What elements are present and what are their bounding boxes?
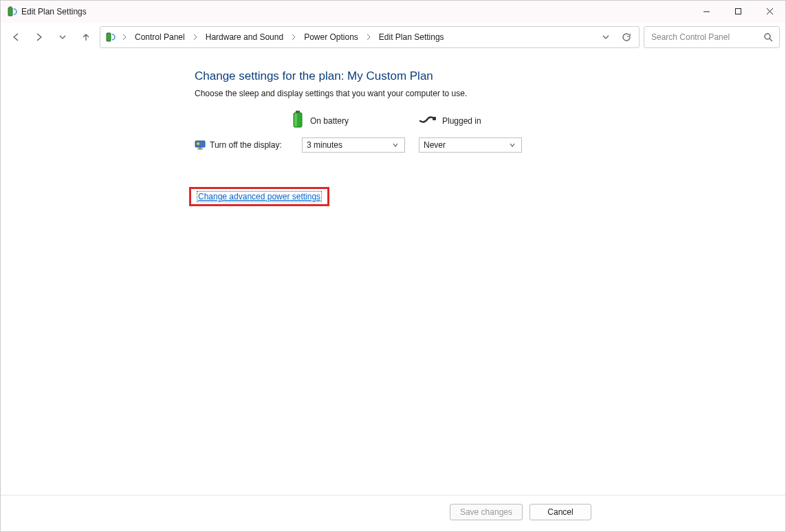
column-label-plugged: Plugged in <box>442 116 481 126</box>
address-dropdown-button[interactable] <box>598 29 614 45</box>
search-box[interactable] <box>644 26 780 48</box>
address-bar[interactable]: Control Panel Hardware and Sound Power O… <box>100 26 640 48</box>
cancel-button[interactable]: Cancel <box>530 504 591 520</box>
toolbar: Control Panel Hardware and Sound Power O… <box>1 23 785 52</box>
column-label-battery: On battery <box>310 116 349 126</box>
app-icon <box>6 6 17 17</box>
row-label-display: Turn off the display: <box>210 140 282 150</box>
location-icon <box>105 32 116 43</box>
svg-rect-6 <box>294 113 297 126</box>
columns-header: On battery Plugged in <box>291 108 765 131</box>
chevron-down-icon <box>391 142 400 148</box>
close-button[interactable] <box>754 1 785 23</box>
refresh-button[interactable] <box>618 29 635 45</box>
display-battery-value: 3 minutes <box>307 140 391 150</box>
forward-button[interactable] <box>30 27 49 47</box>
breadcrumb-hardware-sound[interactable]: Hardware and Sound <box>204 32 285 42</box>
display-plugged-value: Never <box>424 140 507 150</box>
row-turn-off-display: Turn off the display: 3 minutes Never <box>195 137 765 153</box>
search-input[interactable] <box>650 32 763 43</box>
display-icon <box>195 140 206 151</box>
display-plugged-dropdown[interactable]: Never <box>419 137 522 153</box>
chevron-right-icon[interactable] <box>364 34 373 41</box>
titlebar: Edit Plan Settings <box>1 1 785 23</box>
svg-rect-10 <box>197 148 203 150</box>
column-on-battery: On battery <box>291 111 394 131</box>
svg-rect-7 <box>433 117 436 120</box>
chevron-down-icon <box>507 142 517 148</box>
svg-rect-0 <box>8 8 12 16</box>
svg-point-3 <box>765 34 770 39</box>
window-title: Edit Plan Settings <box>21 7 87 16</box>
footer: Save changes Cancel <box>1 496 785 531</box>
content-area: Change settings for the plan: My Custom … <box>1 52 785 496</box>
minimize-button[interactable] <box>690 1 722 23</box>
page-subtext: Choose the sleep and display settings th… <box>195 89 765 98</box>
battery-icon <box>291 111 305 131</box>
breadcrumb-power-options[interactable]: Power Options <box>303 32 360 42</box>
up-button[interactable] <box>76 27 96 47</box>
chevron-right-icon[interactable] <box>120 34 129 41</box>
search-icon[interactable] <box>763 32 774 43</box>
save-changes-button[interactable]: Save changes <box>450 504 523 520</box>
svg-rect-9 <box>199 147 201 148</box>
page-heading: Change settings for the plan: My Custom … <box>195 69 765 83</box>
chevron-right-icon[interactable] <box>190 34 200 41</box>
chevron-right-icon[interactable] <box>289 34 298 41</box>
svg-rect-1 <box>735 9 741 14</box>
plug-icon <box>419 114 437 127</box>
svg-rect-2 <box>107 33 111 41</box>
recent-button[interactable] <box>53 27 72 47</box>
breadcrumb-edit-plan[interactable]: Edit Plan Settings <box>378 32 446 42</box>
back-button[interactable] <box>6 27 25 47</box>
window-controls <box>690 1 785 23</box>
column-plugged-in: Plugged in <box>419 114 522 127</box>
maximize-button[interactable] <box>722 1 754 23</box>
svg-point-11 <box>197 142 199 145</box>
breadcrumb-control-panel[interactable]: Control Panel <box>133 32 186 42</box>
highlight-box: Change advanced power settings <box>189 187 329 206</box>
advanced-power-settings-link[interactable]: Change advanced power settings <box>197 191 322 202</box>
display-battery-dropdown[interactable]: 3 minutes <box>302 137 405 153</box>
